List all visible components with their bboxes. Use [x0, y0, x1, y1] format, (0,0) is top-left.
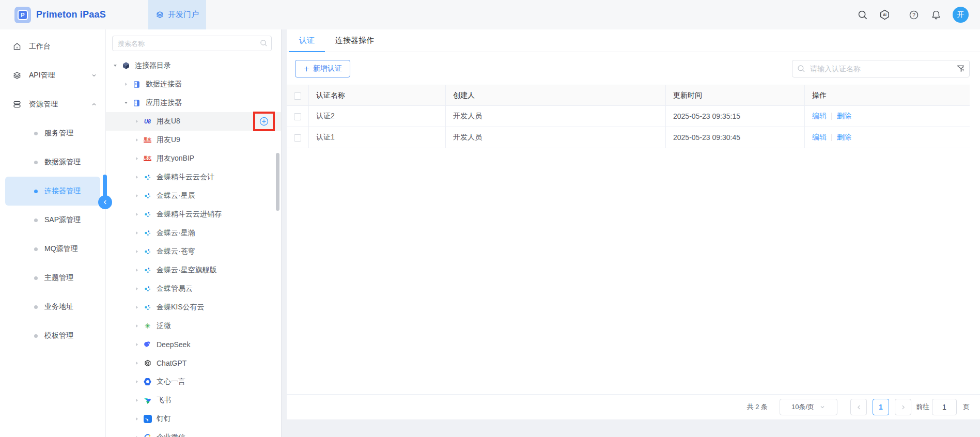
toolbar: 新增认证	[295, 60, 970, 77]
tree-node-kingdee-guanyiyun[interactable]: 金蝶管易云	[106, 279, 281, 298]
filter-funnel-icon[interactable]	[956, 64, 965, 73]
tab-auth[interactable]: 认证	[289, 29, 325, 52]
tree-node-kingdee-jdy-kuaiji[interactable]: 金蝶精斗云云会计	[106, 168, 281, 186]
cell-creator: 开发人员	[446, 106, 666, 127]
caret-right-icon[interactable]	[133, 118, 141, 125]
sidebar-item-datasource-mgmt[interactable]: 数据源管理	[5, 148, 100, 177]
sidebar-item-connector-mgmt[interactable]: 连接器管理	[5, 177, 100, 206]
caret-right-icon[interactable]	[133, 360, 141, 367]
auth-search-input[interactable]	[792, 60, 970, 77]
next-page-button[interactable]	[895, 399, 911, 415]
edit-link[interactable]: 编辑	[812, 133, 827, 141]
caret-right-icon[interactable]	[133, 211, 141, 218]
row-checkbox[interactable]	[294, 113, 301, 120]
edit-link[interactable]: 编辑	[812, 112, 827, 120]
caret-right-icon[interactable]	[133, 267, 141, 274]
kingdee-icon	[143, 303, 152, 312]
tree-node-wecom[interactable]: 企业微信	[106, 428, 281, 437]
bullet-icon	[34, 190, 38, 193]
panel-collapse-button[interactable]	[98, 195, 112, 209]
sidebar-item-workbench[interactable]: 工作台	[0, 32, 105, 61]
caret-right-icon[interactable]	[133, 229, 141, 237]
chevron-right-icon	[900, 404, 906, 410]
server-stack-icon	[12, 100, 22, 109]
caret-down-icon[interactable]	[112, 62, 119, 69]
caret-right-icon[interactable]	[133, 322, 141, 330]
tree-node-kingdee-jdy-jinxiaocun[interactable]: 金蝶精斗云云进销存	[106, 205, 281, 224]
help-icon[interactable]: ?	[908, 9, 919, 20]
kingdee-icon	[143, 285, 152, 293]
page-number-button[interactable]: 1	[873, 399, 889, 415]
chevron-down-icon	[91, 72, 97, 79]
caret-right-icon[interactable]	[133, 378, 141, 385]
prev-page-button[interactable]	[850, 399, 867, 415]
main-content: 认证 连接器操作 新增认证 认证名称 创建人 更新时间 操作	[287, 29, 980, 419]
notification-bell-icon[interactable]	[930, 9, 941, 20]
tree-node-app-connectors[interactable]: 应用连接器	[106, 93, 281, 112]
search-icon[interactable]	[857, 9, 868, 20]
caret-right-icon[interactable]	[133, 136, 141, 144]
select-all-checkbox[interactable]	[294, 92, 301, 100]
caret-down-icon[interactable]	[122, 99, 130, 106]
tree-node-kingdee-xingchen[interactable]: 金蝶云·星辰	[106, 186, 281, 205]
caret-right-icon[interactable]	[133, 192, 141, 199]
tree-node-kingdee-xingkong-qijianban[interactable]: 金蝶云·星空旗舰版	[106, 261, 281, 279]
tree-node-connector-catalog[interactable]: 连接器目录	[106, 56, 281, 75]
sidebar-item-api-mgmt[interactable]: API管理	[0, 61, 105, 90]
tree-node-kingdee-xinghan[interactable]: 金蝶云·星瀚	[106, 224, 281, 242]
tree-node-kingdee-cangqiong[interactable]: 金蝶云·苍穹	[106, 242, 281, 261]
cell-creator: 开发人员	[446, 127, 666, 148]
search-icon	[797, 65, 805, 73]
topbar-actions: AI ? 开	[857, 0, 969, 29]
tree-node-yonyou-u8[interactable]: U8 用友U8	[106, 112, 281, 131]
tree-node-yonyou-u9[interactable]: 用友 用友U9	[106, 131, 281, 149]
add-auth-button[interactable]: 新增认证	[295, 60, 350, 77]
col-header-updated: 更新时间	[666, 85, 805, 106]
caret-right-icon[interactable]	[133, 434, 141, 437]
caret-right-icon[interactable]	[122, 81, 130, 88]
sidebar-item-business-address[interactable]: 业务地址	[5, 292, 100, 321]
tree-node-data-connectors[interactable]: 数据连接器	[106, 75, 281, 93]
delete-link[interactable]: 删除	[837, 112, 851, 120]
sidebar-item-mq-source-mgmt[interactable]: MQ源管理	[5, 235, 100, 263]
tab-dev-portal[interactable]: 开发门户	[148, 0, 206, 29]
ai-assistant-icon[interactable]: AI	[879, 9, 890, 20]
tree-node-deepseek[interactable]: DeepSeek	[106, 335, 281, 354]
goto-page-input[interactable]	[932, 399, 957, 415]
table-row: 认证1 开发人员 2025-05-23 09:30:45 编辑|删除	[287, 127, 970, 148]
search-icon	[260, 39, 268, 47]
tree-search-input[interactable]	[112, 36, 272, 51]
tree-node-ernie-bot[interactable]: 文心一言	[106, 372, 281, 391]
page-size-select[interactable]: 10条/页	[780, 399, 837, 415]
caret-right-icon[interactable]	[133, 397, 141, 404]
action-divider: |	[831, 133, 833, 141]
sidebar-item-sap-source-mgmt[interactable]: SAP源管理	[5, 206, 100, 235]
caret-right-icon[interactable]	[133, 174, 141, 181]
tree-node-kingdee-kis-cloud[interactable]: 金蝶KIS公有云	[106, 298, 281, 317]
row-checkbox[interactable]	[294, 134, 301, 142]
tree-node-chatgpt[interactable]: ChatGPT	[106, 354, 281, 372]
chevron-up-icon	[91, 101, 97, 107]
caret-right-icon[interactable]	[133, 155, 141, 162]
sidebar-item-template-mgmt[interactable]: 模板管理	[5, 321, 100, 350]
auth-table: 认证名称 创建人 更新时间 操作 认证2 开发人员 2025-05-23 09:…	[287, 85, 970, 148]
tree-scrollbar-thumb[interactable]	[276, 153, 279, 211]
tree-node-dingtalk[interactable]: 钉钉	[106, 410, 281, 428]
tree-node-yonyou-yonbip[interactable]: 用友 用友yonBIP	[106, 149, 281, 168]
caret-right-icon[interactable]	[133, 248, 141, 255]
caret-right-icon[interactable]	[133, 341, 141, 348]
cell-updated: 2025-05-23 09:35:15	[666, 106, 805, 127]
caret-right-icon[interactable]	[133, 285, 141, 292]
delete-link[interactable]: 删除	[837, 133, 851, 141]
user-avatar[interactable]: 开	[953, 7, 969, 23]
tree-node-weaver[interactable]: ✳ 泛微	[106, 317, 281, 335]
sidebar-item-topic-mgmt[interactable]: 主题管理	[5, 263, 100, 292]
sidebar-item-resource-mgmt[interactable]: 资源管理	[0, 90, 105, 119]
tab-connector-operations[interactable]: 连接器操作	[325, 29, 384, 52]
sidebar-item-service-mgmt[interactable]: 服务管理	[5, 119, 100, 148]
tree-node-feishu[interactable]: 飞书	[106, 391, 281, 410]
caret-right-icon[interactable]	[133, 304, 141, 311]
caret-right-icon[interactable]	[133, 415, 141, 423]
circle-plus-icon[interactable]	[259, 116, 269, 127]
add-auth-highlight-box[interactable]	[253, 112, 275, 131]
